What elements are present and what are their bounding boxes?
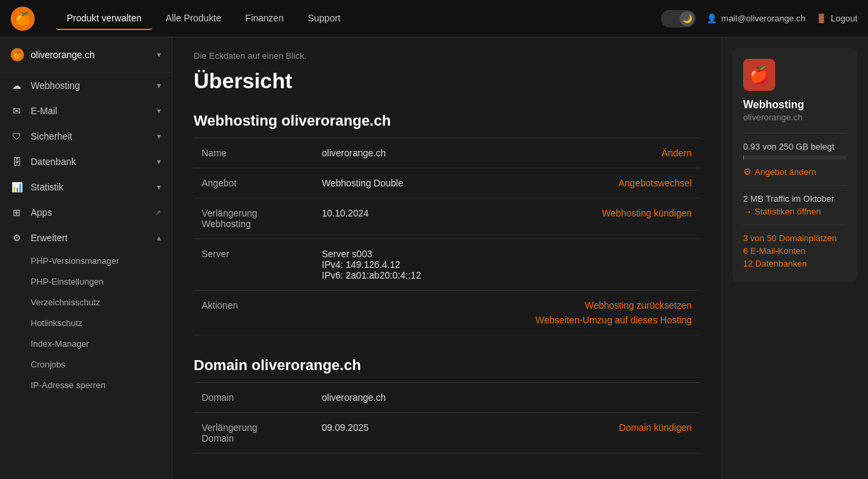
storage-bar-fill: [743, 156, 744, 160]
statistics-link[interactable]: → Statistiken öffnen: [743, 206, 847, 216]
table-row: Server Server s003IPv4: 149.126.4.12IPv6…: [194, 239, 700, 291]
sidebar-domain[interactable]: 🍊 oliverorange.ch ▾: [0, 37, 172, 73]
action-link-angebotswechsel: Angebotswechsel: [477, 178, 692, 188]
row-label-name: Name: [194, 138, 314, 168]
apps-icon: ⊞: [11, 206, 23, 218]
row-value-domain-verlaengerung: 09.09.2025: [314, 413, 497, 454]
traffic-label: 2 MB Traffic im Oktober: [743, 194, 847, 204]
row-action-aktionen[interactable]: Webhosting zurücksetzen Webseiten-Umzug …: [469, 291, 700, 335]
databases-link[interactable]: Datenbanken: [755, 259, 807, 269]
action-link-kuendigen: Webhosting kündigen: [477, 208, 692, 218]
side-panel-title: Webhosting: [743, 99, 847, 111]
table-row: VerlängerungDomain 09.09.2025 Domain kün…: [194, 413, 700, 454]
row-label-verlaengerung: VerlängerungWebhosting: [194, 198, 314, 239]
table-row: Angebot Webhosting Double Angebotswechse…: [194, 168, 700, 198]
nav-support[interactable]: Support: [297, 7, 351, 30]
nav-alle-produkte[interactable]: Alle Produkte: [155, 7, 232, 30]
mail-icon: ✉: [11, 105, 23, 117]
sidebar-sub-ip-adresse-sperren[interactable]: IP-Adresse sperren: [0, 375, 172, 395]
row-action-domain: [497, 383, 700, 413]
divider-3: [743, 224, 847, 225]
webhosting-table: Name oliverorange.ch Ändern Angebot Webh…: [194, 138, 700, 335]
storage-label: 0.93 von 250 GB belegt: [743, 142, 847, 152]
change-offer-link[interactable]: ⚙ Angebot ändern: [743, 166, 847, 177]
domain-chevron: ▾: [157, 50, 161, 59]
nav-finanzen[interactable]: Finanzen: [234, 7, 294, 30]
logout-button[interactable]: 🚪 Logout: [816, 13, 857, 23]
sidebar-sub-cronjobs[interactable]: Cronjobs: [0, 354, 172, 375]
action-link-domain-kuendigen: Domain kündigen: [505, 422, 692, 433]
nav-right: 🌙 👤 mail@oliverorange.ch 🚪 Logout: [661, 10, 857, 27]
storage-bar: [743, 156, 847, 160]
sidebar-sub-php-versionsmanager[interactable]: PHP-Versionsmanager: [0, 251, 172, 271]
cloud-icon: ☁: [11, 79, 23, 92]
sidebar-item-statistik[interactable]: 📊 Statistik ▾: [0, 174, 172, 200]
row-value-aktionen: [314, 291, 469, 335]
domain-icon: 🍊: [11, 48, 24, 61]
sidebar-label-webhosting: Webhosting: [31, 80, 149, 91]
row-value-domain: oliverorange.ch: [314, 383, 497, 413]
sidebar-sub-verzeichnisschutz[interactable]: Verzeichnisschutz: [0, 292, 172, 313]
sidebar-sub-index-manager[interactable]: Index-Manager: [0, 333, 172, 354]
row-value-angebot: Webhosting Double: [314, 168, 469, 198]
top-navigation: 🍊 Produkt verwalten Alle Produkte Finanz…: [0, 0, 868, 37]
statistik-chevron: ▾: [157, 182, 161, 192]
row-label-domain-verlaengerung: VerlängerungDomain: [194, 413, 314, 454]
domain-name: oliverorange.ch: [31, 49, 150, 60]
domain-table: Domain oliverorange.ch VerlängerungDomai…: [194, 383, 700, 454]
settings-icon: ⚙: [11, 232, 23, 244]
side-panel-card: 🍎 Webhosting oliverorange.ch 0.93 von 25…: [732, 48, 857, 282]
table-row: VerlängerungWebhosting 10.10.2024 Webhos…: [194, 198, 700, 239]
sidebar-item-sicherheit[interactable]: 🛡 Sicherheit ▾: [0, 124, 172, 149]
sidebar-label-sicherheit: Sicherheit: [31, 131, 149, 142]
arrow-icon: →: [743, 206, 752, 216]
sidebar-label-statistik: Statistik: [31, 182, 149, 192]
email-accounts-stat: 6 E-Mail-Konten: [743, 246, 847, 256]
gear-icon: ⚙: [743, 166, 752, 177]
email-chevron: ▾: [157, 106, 161, 116]
toggle-knob: 🌙: [680, 11, 694, 26]
sidebar-sub-php-einstellungen[interactable]: PHP-Einstellungen: [0, 271, 172, 292]
webhosting-section-title: Webhosting oliverorange.ch: [194, 112, 700, 138]
email-accounts-link[interactable]: E-Mail-Konten: [750, 246, 805, 256]
sidebar-item-email[interactable]: ✉ E-Mail ▾: [0, 98, 172, 124]
row-action-server: [469, 239, 700, 291]
nav-produkt-verwalten[interactable]: Produkt verwalten: [56, 7, 152, 30]
theme-toggle[interactable]: 🌙: [661, 10, 696, 27]
row-action-verlaengerung[interactable]: Webhosting kündigen: [469, 198, 700, 239]
sidebar-item-apps[interactable]: ⊞ Apps ↗: [0, 200, 172, 225]
sidebar-item-erweitert[interactable]: ⚙ Erweitert ▴: [0, 225, 172, 251]
row-action-angebot[interactable]: Angebotswechsel: [469, 168, 700, 198]
action-link-umzug: Webseiten-Umzug auf dieses Hosting: [477, 315, 692, 325]
side-panel-logo: 🍎: [743, 59, 775, 91]
erweitert-chevron: ▴: [157, 233, 161, 243]
databases-stat: 12 Datenbanken: [743, 259, 847, 269]
row-action-domain-kuendigen[interactable]: Domain kündigen: [497, 413, 700, 454]
sidebar-item-datenbank[interactable]: 🗄 Datenbank ▾: [0, 149, 172, 174]
row-value-verlaengerung: 10.10.2024: [314, 198, 469, 239]
webhosting-chevron: ▾: [157, 81, 161, 90]
row-value-name: oliverorange.ch: [314, 138, 469, 168]
domain-places-link[interactable]: Domainplätzen: [779, 233, 837, 243]
user-icon: 👤: [706, 13, 717, 23]
table-row: Name oliverorange.ch Ändern: [194, 138, 700, 168]
sidebar-sub-hotlinkschutz[interactable]: Hotlinkschutz: [0, 313, 172, 333]
row-value-server: Server s003IPv4: 149.126.4.12IPv6: 2a01:…: [314, 239, 469, 291]
row-label-server: Server: [194, 239, 314, 291]
sidebar-item-webhosting[interactable]: ☁ Webhosting ▾: [0, 73, 172, 98]
main-layout: 🍊 oliverorange.ch ▾ ☁ Webhosting ▾ ✉ E-M…: [0, 37, 868, 479]
row-label-domain: Domain: [194, 383, 314, 413]
row-action-name[interactable]: Ändern: [469, 138, 700, 168]
action-link-zuruecksetzen: Webhosting zurücksetzen: [477, 300, 692, 311]
sicherheit-chevron: ▾: [157, 132, 161, 141]
database-icon: 🗄: [11, 156, 23, 168]
side-panel: 🍎 Webhosting oliverorange.ch 0.93 von 25…: [721, 37, 868, 479]
row-label-aktionen: Aktionen: [194, 291, 314, 335]
domain-places-stat: 3 von 50 Domainplätzen: [743, 233, 847, 243]
sidebar-label-datenbank: Datenbank: [31, 156, 149, 167]
datenbank-chevron: ▾: [157, 157, 161, 166]
sidebar: 🍊 oliverorange.ch ▾ ☁ Webhosting ▾ ✉ E-M…: [0, 37, 172, 479]
user-email: 👤 mail@oliverorange.ch: [706, 13, 805, 23]
page-title: Übersicht: [194, 69, 700, 94]
page-subtitle: Die Eckdaten auf einen Blick.: [194, 51, 700, 61]
